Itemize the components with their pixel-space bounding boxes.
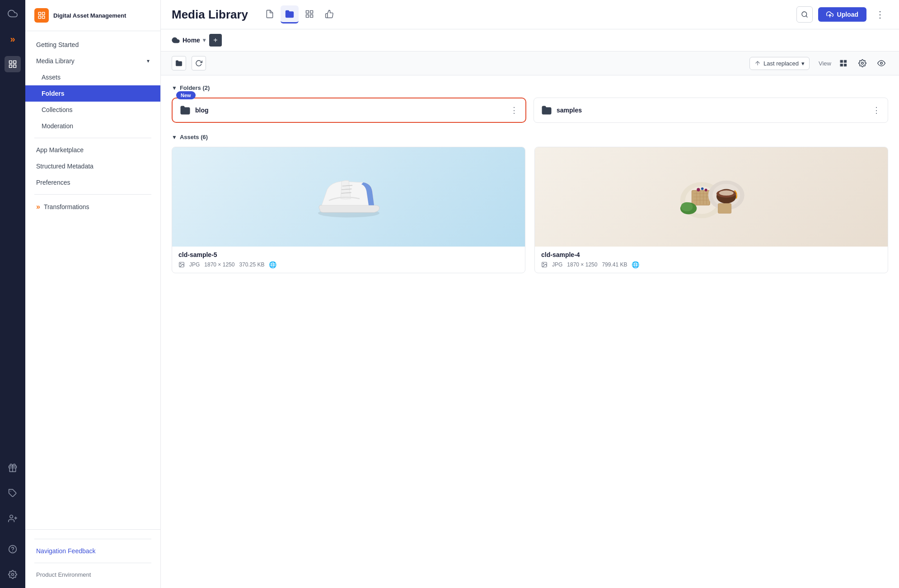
- assets-section-header: ▼ Assets (6): [172, 134, 888, 140]
- sidebar-item-transformations[interactable]: » Transformations: [25, 198, 160, 215]
- svg-rect-25: [840, 60, 843, 62]
- help-icon[interactable]: [5, 541, 21, 557]
- svg-rect-13: [38, 12, 41, 14]
- new-badge: New: [176, 91, 196, 99]
- toolbar: Last replaced ▾ View: [161, 51, 899, 75]
- svg-point-29: [862, 62, 864, 65]
- asset-cld-sample-5-name: cld-sample-5: [178, 251, 519, 258]
- svg-rect-0: [9, 61, 12, 64]
- cloud-icon[interactable]: [5, 5, 21, 22]
- sidebar-item-folders[interactable]: Folders: [25, 85, 160, 102]
- breadcrumb-home[interactable]: Home ▾: [172, 36, 206, 44]
- topbar: Media Library: [161, 0, 899, 29]
- svg-point-7: [10, 515, 13, 518]
- svg-point-12: [12, 574, 14, 576]
- new-folder-button[interactable]: [172, 56, 186, 70]
- sort-chevron: ▾: [801, 60, 805, 67]
- svg-rect-27: [844, 64, 847, 66]
- svg-rect-3: [9, 65, 12, 68]
- breadcrumb-add-button[interactable]: +: [209, 34, 222, 47]
- svg-rect-19: [310, 14, 313, 17]
- sidebar-divider-2: [34, 194, 151, 195]
- sidebar-nav: Getting Started Media Library ▾ Assets F…: [25, 31, 160, 529]
- asset-type-label-2: JPG: [552, 261, 562, 268]
- transformations-icon: »: [36, 203, 40, 211]
- view-label: View: [819, 60, 831, 67]
- assets-grid: cld-sample-5 JPG 1870 × 1250 370.25 KB 🌐: [172, 147, 888, 273]
- svg-point-49: [704, 189, 707, 191]
- sidebar-item-getting-started[interactable]: Getting Started: [25, 37, 160, 53]
- sidebar-title: Digital Asset Management: [53, 12, 126, 19]
- double-arrow-icon[interactable]: »: [5, 31, 21, 47]
- view-grid-button[interactable]: [837, 56, 850, 70]
- tab-collection[interactable]: [300, 5, 318, 23]
- asset-type-icon: [178, 261, 185, 268]
- sidebar-item-collections[interactable]: Collections: [25, 102, 160, 118]
- search-button[interactable]: [796, 6, 813, 23]
- svg-rect-2: [14, 65, 16, 68]
- tab-file[interactable]: [261, 5, 279, 23]
- sidebar-item-preferences[interactable]: Preferences: [25, 174, 160, 191]
- asset-size-2: 799.41 KB: [602, 261, 627, 268]
- globe-icon-2: 🌐: [632, 261, 639, 268]
- folder-blog[interactable]: blog ⋮: [172, 98, 526, 123]
- content-area: ▼ Folders (2) New blog ⋮ samp: [161, 75, 899, 588]
- svg-rect-20: [306, 14, 309, 17]
- folder-blog-name: blog: [195, 107, 506, 114]
- sidebar-feedback-link[interactable]: Navigation Feedback: [25, 543, 160, 559]
- sidebar-item-product-env[interactable]: Product Environment: [25, 567, 160, 583]
- assets-section-label: Assets (6): [180, 134, 208, 140]
- svg-line-22: [806, 16, 807, 17]
- tab-moderation[interactable]: [320, 5, 338, 23]
- tab-folder[interactable]: [281, 5, 299, 23]
- asset-cld-sample-4-meta: JPG 1870 × 1250 799.41 KB 🌐: [541, 261, 881, 268]
- asset-cld-sample-4-name: cld-sample-4: [541, 251, 881, 258]
- asset-cld-sample-5-info: cld-sample-5 JPG 1870 × 1250 370.25 KB 🌐: [172, 247, 525, 273]
- svg-rect-17: [306, 10, 309, 13]
- breadcrumb-chevron: ▾: [203, 37, 206, 43]
- folder-samples-more[interactable]: ⋮: [872, 105, 880, 115]
- asset-size: 370.25 KB: [239, 261, 264, 268]
- asset-dimensions-2: 1870 × 1250: [567, 261, 597, 268]
- refresh-button[interactable]: [192, 56, 206, 70]
- sidebar-item-assets[interactable]: Assets: [25, 69, 160, 85]
- assets-chevron: ▼: [172, 134, 177, 140]
- sidebar: Digital Asset Management Getting Started…: [25, 0, 161, 588]
- svg-point-48: [701, 187, 703, 190]
- asset-cld-sample-5[interactable]: cld-sample-5 JPG 1870 × 1250 370.25 KB 🌐: [172, 147, 525, 273]
- svg-point-59: [543, 263, 544, 264]
- svg-rect-16: [38, 16, 41, 19]
- sidebar-item-media-library[interactable]: Media Library ▾: [25, 53, 160, 69]
- svg-point-30: [880, 62, 883, 65]
- asset-thumb-shoe: [172, 147, 525, 247]
- settings-icon[interactable]: [5, 566, 21, 583]
- sort-dropdown[interactable]: Last replaced ▾: [749, 57, 810, 70]
- asset-cld-sample-5-meta: JPG 1870 × 1250 370.25 KB 🌐: [178, 261, 519, 268]
- main-content: Media Library: [161, 0, 899, 588]
- sidebar-divider-1: [34, 138, 151, 138]
- folder-samples[interactable]: samples ⋮: [534, 98, 888, 123]
- gift-icon[interactable]: [5, 460, 21, 476]
- sidebar-bottom: Navigation Feedback Product Environment: [25, 529, 160, 588]
- folders-grid: New blog ⋮ samples ⋮: [172, 98, 888, 123]
- view-settings-button[interactable]: [856, 56, 869, 70]
- more-options-button[interactable]: ⋮: [872, 6, 888, 23]
- sidebar-item-structured-metadata[interactable]: Structured Metadata: [25, 158, 160, 174]
- folders-section-label: Folders (2): [180, 84, 210, 91]
- puzzle-icon[interactable]: [5, 485, 21, 501]
- visibility-button[interactable]: [875, 56, 888, 70]
- upload-button[interactable]: Upload: [818, 7, 866, 22]
- folders-chevron: ▼: [172, 85, 177, 91]
- sidebar-item-moderation[interactable]: Moderation: [25, 118, 160, 134]
- svg-point-47: [697, 188, 700, 191]
- sidebar-item-app-marketplace[interactable]: App Marketplace: [25, 142, 160, 158]
- dam-icon[interactable]: [5, 56, 21, 72]
- svg-rect-26: [844, 60, 847, 62]
- asset-thumb-food: [535, 147, 888, 247]
- topbar-actions: Upload ⋮: [796, 6, 888, 23]
- user-add-icon[interactable]: [5, 510, 21, 527]
- folder-blog-more[interactable]: ⋮: [510, 105, 518, 115]
- svg-rect-1: [14, 61, 16, 64]
- svg-rect-39: [692, 190, 710, 205]
- asset-cld-sample-4[interactable]: cld-sample-4 JPG 1870 × 1250 799.41 KB 🌐: [534, 147, 888, 273]
